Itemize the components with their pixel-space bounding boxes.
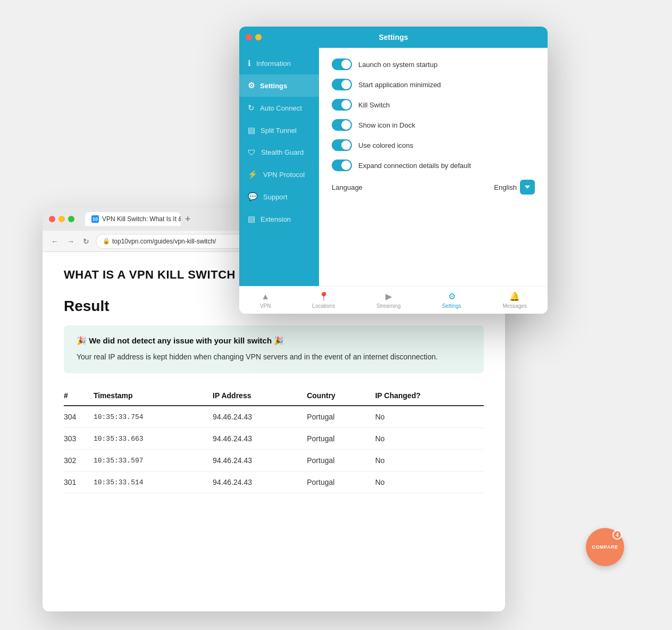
sidebar-icon-7: ▤ (248, 214, 255, 224)
col-changed: IP Changed? (375, 386, 484, 406)
table-row: 304 10:35:33.754 94.46.24.43 Portugal No (64, 406, 484, 428)
cell-ip: 94.46.24.43 (213, 428, 307, 450)
vpn-body: ℹ Information ⚙ Settings ↻ Auto Connect … (239, 48, 548, 286)
tab-favicon: 10 (91, 215, 99, 223)
maximize-button[interactable] (68, 216, 74, 222)
nav-item-vpn[interactable]: ▲ VPN (254, 289, 278, 312)
nav-item-messages[interactable]: 🔔 Messages (496, 288, 533, 312)
nav-item-streaming[interactable]: ▶ Streaming (370, 288, 407, 312)
setting-label-2: Kill Switch (358, 101, 390, 109)
language-value: English (494, 183, 517, 191)
sidebar-item-auto-connect[interactable]: ↻ Auto Connect (239, 97, 319, 119)
setting-label-0: Launch on system startup (358, 61, 438, 69)
table-row: 303 10:35:33.663 94.46.24.43 Portugal No (64, 428, 484, 450)
vpn-close-button[interactable] (246, 34, 252, 40)
sidebar-icon-0: ℹ (248, 58, 251, 68)
reload-button[interactable]: ↻ (81, 236, 91, 247)
setting-row-2: Kill Switch (332, 99, 535, 111)
table-row: 301 10:35:33.514 94.46.24.43 Portugal No (64, 472, 484, 493)
cell-country: Portugal (307, 406, 375, 428)
sidebar-icon-4: 🛡 (248, 148, 256, 157)
cell-changed: No (375, 428, 484, 450)
nav-icon-2: ▶ (385, 291, 392, 301)
toggle-5[interactable] (332, 159, 352, 171)
cell-timestamp: 10:35:33.663 (94, 428, 213, 450)
sidebar-label-3: Split Tunnel (261, 127, 297, 135)
cell-changed: No (375, 406, 484, 428)
cell-ip: 94.46.24.43 (213, 472, 307, 493)
sidebar-item-support[interactable]: 💬 Support (239, 186, 319, 208)
cell-country: Portugal (307, 450, 375, 472)
sidebar-label-1: Settings (260, 82, 287, 90)
sidebar-label-5: VPN Protocol (263, 171, 305, 179)
toggle-0[interactable] (332, 58, 352, 70)
compare-label: COMPARE (592, 544, 618, 550)
cell-num: 304 (64, 406, 94, 428)
setting-row-5: Expand connection details by default (332, 159, 535, 171)
vpn-minimize-button[interactable] (255, 34, 262, 40)
vpn-window-controls (246, 34, 262, 40)
setting-label-3: Show icon in Dock (358, 121, 415, 129)
result-box: 🎉 We did not detect any issue with your … (64, 325, 484, 373)
nav-label-2: Streaming (376, 303, 401, 309)
language-row: Language English (332, 180, 535, 195)
language-select[interactable]: English (494, 180, 535, 195)
language-label: Language (332, 183, 494, 191)
back-button[interactable]: ← (49, 236, 61, 247)
cell-num: 303 (64, 428, 94, 450)
vpn-bottom-nav: ▲ VPN 📍 Locations ▶ Streaming ⚙ Settings… (239, 286, 548, 314)
sidebar-icon-3: ▤ (248, 125, 255, 135)
compare-badge: 4 (612, 530, 622, 540)
language-dropdown-button[interactable] (520, 180, 535, 195)
compare-button[interactable]: 4 COMPARE (586, 528, 624, 566)
sidebar-item-stealth-guard[interactable]: 🛡 Stealth Guard (239, 141, 319, 163)
sidebar-item-information[interactable]: ℹ Information (239, 52, 319, 74)
sidebar-label-6: Support (263, 193, 288, 201)
cell-ip: 94.46.24.43 (213, 450, 307, 472)
vpn-settings-window: Settings ℹ Information ⚙ Settings ↻ Auto… (239, 27, 548, 314)
close-button[interactable] (49, 216, 55, 222)
forward-button[interactable]: → (65, 236, 77, 247)
col-timestamp: Timestamp (94, 386, 213, 406)
browser-window-controls (49, 216, 74, 222)
cell-country: Portugal (307, 472, 375, 493)
nav-label-0: VPN (260, 303, 271, 309)
toggle-1[interactable] (332, 79, 352, 90)
toggle-3[interactable] (332, 119, 352, 131)
url-text: top10vpn.com/guides/vpn-kill-switch/ (112, 238, 216, 245)
nav-item-settings[interactable]: ⚙ Settings (435, 288, 467, 312)
sidebar-item-extension[interactable]: ▤ Extension (239, 208, 319, 230)
nav-item-locations[interactable]: 📍 Locations (306, 288, 341, 312)
setting-label-4: Use colored icons (358, 141, 413, 149)
cell-ip: 94.46.24.43 (213, 406, 307, 428)
setting-row-4: Use colored icons (332, 139, 535, 151)
setting-row-1: Start application minimized (332, 79, 535, 90)
sidebar-label-7: Extension (261, 215, 291, 223)
new-tab-button[interactable]: + (183, 214, 193, 225)
nav-label-1: Locations (312, 303, 335, 309)
vpn-settings-panel: Launch on system startup Start applicati… (319, 48, 548, 286)
setting-row-3: Show icon in Dock (332, 119, 535, 131)
toggle-4[interactable] (332, 139, 352, 151)
cell-changed: No (375, 472, 484, 493)
result-box-desc: Your real IP address is kept hidden when… (77, 351, 471, 363)
sidebar-label-0: Information (256, 60, 291, 68)
minimize-button[interactable] (58, 216, 65, 222)
tab-title: VPN Kill Switch: What Is It & H... (102, 215, 181, 223)
result-section: Result 🎉 We did not detect any issue wit… (64, 298, 484, 493)
nav-icon-0: ▲ (261, 292, 270, 301)
table-header-row: # Timestamp IP Address Country IP Change… (64, 386, 484, 406)
sidebar-item-settings[interactable]: ⚙ Settings (239, 74, 319, 97)
browser-tab[interactable]: 10 VPN Kill Switch: What Is It & H... ✕ (85, 212, 181, 226)
nav-icon-1: 📍 (318, 291, 329, 301)
cell-changed: No (375, 450, 484, 472)
sidebar-item-vpn-protocol[interactable]: ⚡ VPN Protocol (239, 163, 319, 186)
col-num: # (64, 386, 94, 406)
cell-timestamp: 10:35:33.754 (94, 406, 213, 428)
sidebar-item-split-tunnel[interactable]: ▤ Split Tunnel (239, 119, 319, 141)
sidebar-icon-1: ⚙ (248, 81, 255, 90)
browser-tab-bar: 10 VPN Kill Switch: What Is It & H... ✕ … (85, 212, 193, 226)
toggle-2[interactable] (332, 99, 352, 111)
cell-timestamp: 10:35:33.514 (94, 472, 213, 493)
setting-row-0: Launch on system startup (332, 58, 535, 70)
